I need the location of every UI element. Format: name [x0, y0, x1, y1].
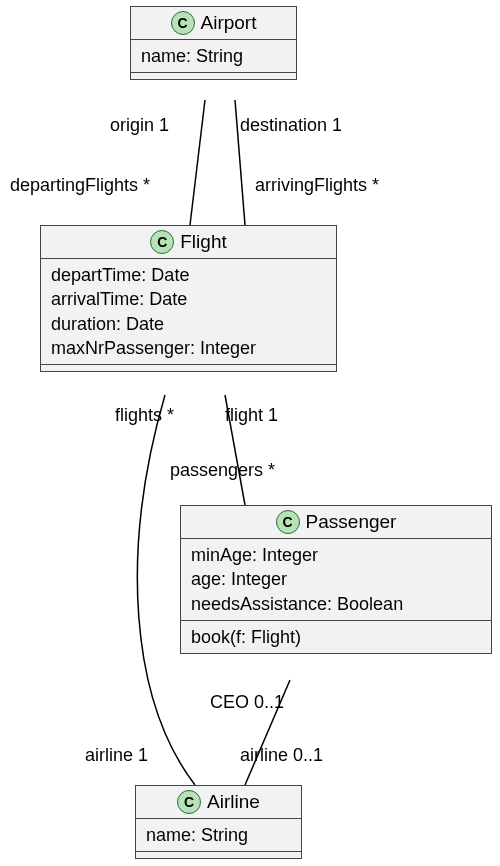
class-passenger-attrs: minAge: Integer age: Integer needsAssist…: [181, 539, 491, 621]
label-passengers-star: passengers *: [170, 460, 275, 481]
class-airline-header: C Airline: [136, 786, 301, 819]
class-icon: C: [177, 790, 201, 814]
class-airline-name: Airline: [207, 791, 260, 813]
class-flight-attrs: departTime: Date arrivalTime: Date durat…: [41, 259, 336, 365]
svg-line-0: [190, 100, 205, 225]
attr: departTime: Date: [51, 263, 326, 287]
label-flight-one: flight 1: [225, 405, 278, 426]
label-airline-one: airline 1: [85, 745, 148, 766]
class-airport-ops: [131, 73, 296, 79]
attr: maxNrPassenger: Integer: [51, 336, 326, 360]
class-icon: C: [171, 11, 195, 35]
class-passenger-ops: book(f: Flight): [181, 621, 491, 653]
label-destination: destination 1: [240, 115, 342, 136]
label-flights-star: flights *: [115, 405, 174, 426]
label-departing-flights: departingFlights *: [10, 175, 150, 196]
class-airline-attrs: name: String: [136, 819, 301, 852]
class-airline: C Airline name: String: [135, 785, 302, 859]
label-airline-opt: airline 0..1: [240, 745, 323, 766]
attr: name: String: [146, 823, 291, 847]
attr: age: Integer: [191, 567, 481, 591]
op: book(f: Flight): [191, 625, 481, 649]
attr: duration: Date: [51, 312, 326, 336]
label-arriving-flights: arrivingFlights *: [255, 175, 379, 196]
attr: arrivalTime: Date: [51, 287, 326, 311]
class-airport: C Airport name: String: [130, 6, 297, 80]
class-airport-header: C Airport: [131, 7, 296, 40]
attr: minAge: Integer: [191, 543, 481, 567]
class-flight-name: Flight: [180, 231, 226, 253]
class-passenger-name: Passenger: [306, 511, 397, 533]
class-airline-ops: [136, 852, 301, 858]
class-flight-header: C Flight: [41, 226, 336, 259]
class-icon: C: [276, 510, 300, 534]
label-origin: origin 1: [110, 115, 169, 136]
class-passenger: C Passenger minAge: Integer age: Integer…: [180, 505, 492, 654]
class-airport-name: Airport: [201, 12, 257, 34]
attr: needsAssistance: Boolean: [191, 592, 481, 616]
class-flight-ops: [41, 365, 336, 371]
class-icon: C: [150, 230, 174, 254]
class-airport-attrs: name: String: [131, 40, 296, 73]
label-ceo: CEO 0..1: [210, 692, 284, 713]
class-passenger-header: C Passenger: [181, 506, 491, 539]
attr: name: String: [141, 44, 286, 68]
class-flight: C Flight departTime: Date arrivalTime: D…: [40, 225, 337, 372]
